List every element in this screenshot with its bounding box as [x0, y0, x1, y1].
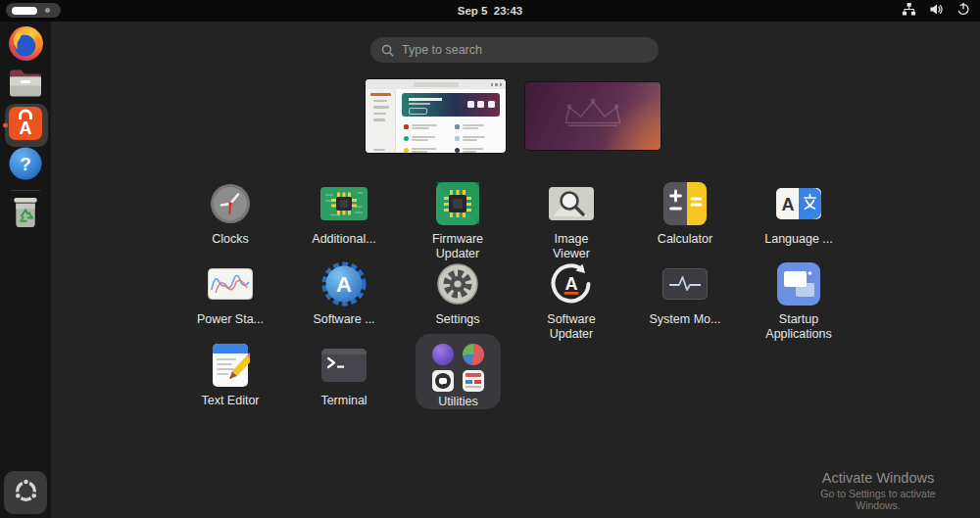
clock[interactable]: Sep 5 23:43 [458, 0, 522, 22]
trash-icon [10, 195, 41, 233]
app-label: Calculator [658, 232, 712, 247]
app-tile-power-statistics[interactable]: Power Sta... [173, 262, 287, 342]
activate-windows-watermark: Activate Windows Go to Settings to activ… [804, 470, 953, 511]
svg-text:?: ? [20, 154, 31, 174]
firefox-icon [8, 25, 44, 66]
gnome-activities-overview: Sep 5 23:43 [0, 0, 980, 518]
app-label: Image Viewer [553, 232, 590, 261]
app-label: Settings [435, 312, 479, 327]
software-updater-icon: A [549, 261, 594, 310]
app-tile-settings[interactable]: Settings [401, 262, 514, 342]
app-tile-image-viewer[interactable]: Image Viewer [514, 182, 628, 261]
volume-icon[interactable] [929, 2, 944, 21]
dock-item-ubuntu-software[interactable]: A [2, 106, 49, 145]
utilities-folder-preview [432, 344, 484, 392]
app-label: System Mo... [650, 312, 721, 327]
additional-drivers-icon [320, 187, 368, 224]
chat-bubble-icon [432, 370, 454, 392]
purple-sphere-icon [432, 344, 454, 365]
svg-text:A: A [782, 195, 795, 214]
wallpaper-crown-emblem [557, 97, 629, 134]
firmware-updater-icon [436, 182, 479, 229]
app-label: Software Updater [547, 312, 595, 342]
show-applications-icon [13, 478, 39, 508]
app-label: Firmware Updater [432, 232, 483, 261]
app-tile-system-monitor[interactable]: System Mo... [628, 262, 742, 342]
dock-item-help[interactable]: ? [2, 146, 49, 185]
mini-window-banner [402, 93, 500, 117]
watermark-line-2: Go to Settings to activate Windows. [804, 488, 953, 511]
help-icon: ? [8, 146, 43, 185]
clocks-icon [209, 182, 252, 229]
software-properties-icon: A [321, 261, 367, 310]
files-folder-icon [8, 69, 43, 103]
pie-chart-icon [463, 344, 484, 365]
svg-text:A: A [336, 272, 352, 297]
power-icon[interactable] [956, 2, 970, 20]
dock: A ? [0, 22, 51, 518]
active-workspace-pill [12, 7, 37, 15]
running-indicator-dot [3, 123, 8, 128]
system-monitor-icon [662, 268, 708, 304]
settings-icon [436, 262, 479, 309]
mini-window-app-list [396, 120, 506, 153]
app-tile-clocks[interactable]: Clocks [173, 182, 287, 261]
text-editor-icon [211, 344, 250, 391]
app-label: Additional... [312, 232, 375, 247]
app-tile-additional-drivers[interactable]: Additional... [287, 182, 401, 261]
app-label: Software ... [313, 312, 374, 327]
app-label: Startup Applications [765, 312, 831, 342]
top-bar: Sep 5 23:43 [0, 0, 980, 22]
search-input[interactable] [370, 37, 659, 63]
app-tile-text-editor[interactable]: Text Editor [173, 344, 287, 408]
search-icon [381, 43, 394, 61]
mini-window-titlebar [366, 79, 506, 89]
app-tile-software-properties[interactable]: A Software ... [287, 262, 401, 342]
app-label: Text Editor [201, 394, 259, 408]
image-viewer-icon [549, 187, 594, 224]
app-grid-row-3: Text Editor Terminal [173, 344, 401, 408]
app-label: Clocks [212, 232, 249, 247]
app-tile-software-updater[interactable]: A Software Updater [514, 262, 628, 342]
dock-item-firefox[interactable] [2, 25, 49, 65]
svg-text:A: A [565, 274, 578, 294]
system-status-area[interactable] [902, 0, 970, 22]
language-support-icon: A [776, 188, 821, 223]
app-tile-startup-applications[interactable]: Startup Applications [742, 262, 856, 342]
network-icon[interactable] [902, 2, 916, 21]
show-applications-button[interactable] [4, 471, 47, 514]
terminal-icon [321, 349, 367, 386]
app-label: Terminal [320, 394, 367, 408]
workspace-indicator[interactable] [6, 3, 61, 18]
app-label: Power Sta... [197, 312, 264, 327]
calculator-icon [663, 182, 707, 229]
dock-item-files[interactable] [2, 66, 49, 105]
app-folder-utilities[interactable]: Utilities [416, 334, 501, 409]
svg-text:A: A [20, 118, 32, 138]
folder-label: Utilities [438, 395, 477, 409]
document-icon [463, 370, 484, 392]
app-tile-firmware-updater[interactable]: Firmware Updater [401, 182, 514, 261]
startup-applications-icon [777, 262, 820, 309]
dock-item-trash[interactable] [2, 194, 49, 233]
app-tile-language-support[interactable]: A Language ... [742, 182, 856, 261]
watermark-line-1: Activate Windows [804, 470, 953, 486]
search-bar [370, 37, 659, 63]
power-statistics-icon [208, 268, 253, 304]
app-grid-row-1: Clocks Additional... [173, 182, 856, 261]
app-grid-row-2: Power Sta... A Software ... Settings [173, 262, 856, 342]
app-tile-terminal[interactable]: Terminal [287, 344, 401, 408]
dock-divider [11, 190, 40, 191]
mini-window-sidebar [366, 89, 396, 153]
ubuntu-software-icon: A [9, 107, 42, 144]
app-tile-calculator[interactable]: Calculator [628, 182, 742, 261]
inactive-workspace-dot [45, 8, 50, 13]
workspace-thumbnail-app-center-window[interactable] [366, 79, 506, 153]
app-label: Language ... [764, 232, 833, 247]
workspace-thumbnail-desktop-wallpaper[interactable] [525, 82, 661, 150]
